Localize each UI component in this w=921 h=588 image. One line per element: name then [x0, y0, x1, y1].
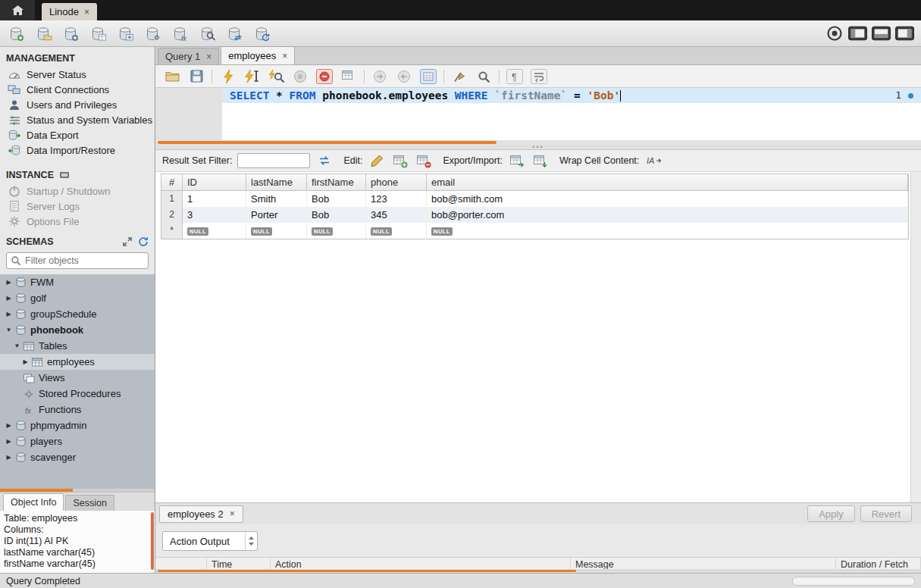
autocommit-icon[interactable] — [419, 67, 437, 86]
grid-cell[interactable]: NULL — [246, 223, 307, 239]
row-number[interactable]: 1 — [161, 191, 183, 207]
sidebar-item-data-export[interactable]: Data Export — [0, 127, 155, 142]
column-header-lastname[interactable]: lastName — [246, 174, 307, 190]
rollback-icon[interactable] — [395, 67, 413, 86]
open-script-icon[interactable] — [163, 67, 181, 86]
close-icon[interactable]: × — [206, 52, 211, 61]
schema-tree-item-phonebook[interactable]: ▼phonebook — [0, 322, 155, 338]
sidebar-item-options-file[interactable]: Options File — [0, 214, 155, 229]
grid-cell[interactable]: NULL — [427, 223, 908, 239]
insert-row-icon[interactable] — [391, 152, 409, 169]
import-grid-icon[interactable] — [531, 152, 550, 169]
sidebar-item-status-and-system-variables[interactable]: Status and System Variables — [0, 112, 155, 127]
info-tab-object-info[interactable]: Object Info — [3, 493, 64, 511]
refresh-grid-icon[interactable] — [315, 152, 334, 169]
expander-icon[interactable]: ▶ — [4, 454, 14, 461]
expand-panel-icon[interactable] — [122, 236, 133, 247]
sidebar-item-users-and-privileges[interactable]: Users and Privileges — [0, 97, 155, 112]
toggle-output-icon[interactable] — [872, 24, 891, 42]
editor-tab-employees[interactable]: employees× — [221, 46, 295, 64]
edit-record-icon[interactable] — [368, 152, 386, 169]
editor-tab-query-1[interactable]: Query 1× — [158, 48, 219, 64]
result-filter-input[interactable] — [237, 153, 310, 168]
schema-tree-item-employees[interactable]: ▶employees — [0, 354, 155, 370]
grid-cell[interactable]: bob@smith.com — [427, 191, 908, 207]
stop-on-error-icon[interactable] — [315, 67, 334, 86]
schema-tree-item-players[interactable]: ▶players — [0, 433, 155, 449]
create-view-icon[interactable] — [116, 24, 135, 42]
info-tab-session[interactable]: Session — [65, 495, 114, 511]
sidebar-item-server-status[interactable]: Server Status — [0, 67, 155, 82]
sql-editor[interactable]: 1 SELECT * FROM phonebook.employees WHER… — [155, 88, 921, 140]
expander-icon[interactable]: ▶ — [4, 311, 14, 317]
toggle-sidebar-icon[interactable] — [848, 24, 867, 42]
invisible-chars-icon[interactable]: ¶ — [506, 67, 524, 86]
schema-filter-input[interactable] — [25, 255, 144, 266]
schema-tree-item-golf[interactable]: ▶golf — [0, 290, 155, 306]
toggle-secondary-sidebar-icon[interactable] — [895, 24, 914, 42]
schema-tree-item-groupschedule[interactable]: ▶groupSchedule — [0, 306, 155, 322]
grid-cell[interactable]: Bob — [307, 191, 366, 207]
schema-tree-item-fwm[interactable]: ▶FWM — [0, 274, 155, 290]
sidebar-item-startup-shutdown[interactable]: Startup / Shutdown — [0, 183, 155, 199]
schema-tree-item-views[interactable]: Views — [0, 370, 155, 386]
expander-icon[interactable]: ▶ — [4, 438, 14, 445]
delete-row-icon[interactable] — [415, 152, 433, 169]
create-function-icon[interactable]: fx — [171, 24, 190, 42]
sidebar-item-data-import-restore[interactable]: Data Import/Restore — [0, 142, 155, 158]
grid-cell[interactable]: 345 — [366, 207, 427, 223]
sidebar-horizontal-scrollbar[interactable] — [0, 489, 155, 492]
search-table-data-icon[interactable] — [198, 24, 217, 42]
home-tab[interactable] — [0, 0, 35, 20]
row-number[interactable]: * — [161, 223, 183, 239]
grid-cell[interactable]: NULL — [307, 223, 366, 239]
row-number[interactable]: 2 — [161, 207, 183, 223]
column-header-firstname[interactable]: firstName — [307, 174, 366, 190]
info-vertical-scrollbar[interactable] — [151, 512, 154, 570]
grid-cell[interactable]: 123 — [366, 191, 427, 207]
sidebar-item-server-logs[interactable]: Server Logs — [0, 199, 155, 214]
export-grid-icon[interactable] — [508, 152, 526, 169]
result-vertical-scrollbar[interactable] — [910, 172, 921, 502]
grid-cell[interactable]: 3 — [183, 207, 246, 223]
expander-icon[interactable]: ▼ — [4, 327, 14, 333]
refresh-schemas-icon[interactable] — [138, 236, 149, 247]
schema-tree-item-tables[interactable]: ▼Tables — [0, 338, 155, 354]
execute-icon[interactable] — [218, 67, 237, 86]
schema-tree-item-functions[interactable]: fxFunctions — [0, 402, 155, 418]
horizontal-scrollbar[interactable] — [792, 577, 915, 586]
grid-cell[interactable]: bob@porter.com — [427, 207, 908, 223]
grid-cell[interactable]: Smith — [246, 191, 307, 207]
action-output-select[interactable]: Action Output — [162, 531, 258, 551]
schema-tree-item-stored-procedures[interactable]: Stored Procedures — [0, 386, 155, 402]
column-header-id[interactable]: ID — [183, 174, 246, 190]
column-header-phone[interactable]: phone — [366, 174, 427, 190]
create-table-icon[interactable] — [89, 24, 108, 42]
find-icon[interactable] — [475, 67, 493, 86]
schema-tree-item-scavenger[interactable]: ▶scavenger — [0, 449, 155, 465]
expander-icon[interactable]: ▶ — [20, 358, 30, 365]
wrap-cell-icon[interactable]: IA — [644, 152, 663, 169]
connection-tab[interactable]: Linode × — [42, 3, 97, 20]
sql-code[interactable]: SELECT * FROM phonebook.employees WHERE … — [230, 89, 621, 102]
commit-icon[interactable] — [371, 67, 389, 86]
expander-icon[interactable]: ▶ — [4, 279, 14, 286]
synchronize-icon[interactable] — [252, 24, 271, 42]
beautify-icon[interactable] — [450, 67, 468, 86]
wrap-text-icon[interactable] — [530, 67, 548, 86]
column-header-email[interactable]: email — [427, 174, 908, 190]
schema-tree-item-phpmyadmin[interactable]: ▶phpmyadmin — [0, 418, 155, 433]
limit-rows-icon[interactable] — [340, 67, 358, 86]
grid-cell[interactable]: Bob — [307, 207, 366, 223]
close-icon[interactable]: × — [282, 52, 287, 61]
save-script-icon[interactable] — [187, 67, 205, 86]
revert-button[interactable]: Revert — [860, 505, 912, 522]
new-sql-tab-icon[interactable] — [7, 24, 26, 42]
stop-icon[interactable] — [291, 67, 309, 86]
grid-cell[interactable]: NULL — [366, 223, 427, 239]
expander-icon[interactable]: ▼ — [12, 342, 22, 349]
result-tab-employees-2[interactable]: employees 2 × — [159, 505, 243, 523]
explain-icon[interactable] — [267, 67, 285, 86]
select-stepper-icon[interactable] — [245, 532, 257, 550]
apply-button[interactable]: Apply — [807, 505, 855, 522]
